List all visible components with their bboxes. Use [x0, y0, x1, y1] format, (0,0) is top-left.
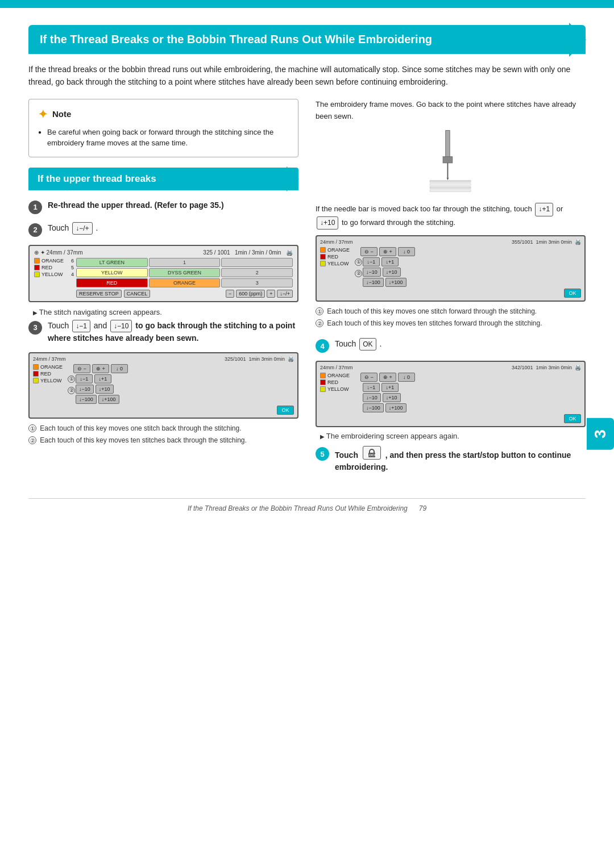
screen-right-step2: LT GREEN 1 YELLOW DYSS GREEN 2 RED ORANG… — [76, 258, 293, 298]
s4-plus10[interactable]: ↓+10 — [383, 393, 401, 402]
s4-orange-label: ORANGE — [327, 373, 350, 378]
s4-minus100[interactable]: ↓−100 — [363, 403, 384, 412]
s3-minus100-btn[interactable]: ↓−100 — [76, 395, 97, 404]
step-2-touch-label: Touch — [48, 223, 71, 232]
step3-row2: ↓−10 ↓+10 — [76, 385, 294, 394]
step-5-lock-btn[interactable]: LOCK — [363, 446, 381, 460]
step-4-num: 4 — [316, 339, 329, 353]
dest-cell-2: YELLOW — [76, 268, 148, 277]
s4-orange: ORANGE — [320, 373, 357, 378]
rn-ok-btn[interactable]: OK — [564, 289, 581, 298]
step3-ann-1: ① — [68, 375, 75, 383]
s3-zero-btn[interactable]: ↓ 0 — [111, 364, 128, 373]
s3-plus1-btn[interactable]: ↓+1 — [94, 374, 111, 383]
rn-minus1[interactable]: ↓−1 — [363, 257, 380, 266]
right-needle-back-text: If the needle bar is moved back too far … — [316, 203, 586, 229]
main-title: If the Thread Breaks or the Bobbin Threa… — [40, 33, 574, 46]
step3-counter: 325/1001 1min 3min 0min 🖨️ — [225, 356, 294, 362]
s4-swatch-orange — [320, 373, 326, 378]
right-nav-threads: ORANGE RED YELLOW — [320, 247, 357, 298]
forward-btn-1[interactable]: ↓+1 — [535, 203, 553, 216]
minus-btn[interactable]: − — [226, 290, 234, 298]
svg-text:LOCK: LOCK — [367, 453, 377, 457]
s3-red-label: RED — [40, 371, 51, 377]
step-3-btn-minus1[interactable]: ↓−1 — [72, 320, 90, 332]
rn-zero-btn[interactable]: ↓ 0 — [398, 247, 415, 256]
step-2-arrow-note: The stitch navigating screen appears. — [33, 308, 298, 316]
rn-minus-btn[interactable]: ⊖ − — [360, 247, 377, 256]
right-circle-notes: ① Each touch of this key moves one stitc… — [316, 306, 586, 329]
s4-plus1[interactable]: ↓+1 — [381, 383, 399, 392]
forward-btn-10[interactable]: ↓+10 — [317, 216, 338, 229]
step-3-btn-minus10[interactable]: ↓−10 — [110, 320, 132, 332]
s4-plus-btn[interactable]: ⊕ + — [379, 373, 396, 382]
right-circle-2: ② — [316, 319, 323, 327]
page-content: If the Thread Breaks or the Bobbin Threa… — [0, 8, 614, 535]
step-4-ok-btn[interactable]: OK — [359, 338, 376, 350]
s4-ok-btn[interactable]: OK — [564, 414, 581, 423]
step-2-button[interactable]: ↓−/+ — [72, 222, 92, 235]
right-nav-counter: 355/1001 1min 3min 0min 🖨️ — [512, 239, 581, 245]
step-4-content: Touch OK . — [335, 338, 586, 350]
rn-plus100[interactable]: ↓+100 — [385, 278, 406, 287]
rn-yellow: YELLOW — [320, 261, 357, 266]
s3-minus10-btn[interactable]: ↓−10 — [76, 385, 94, 394]
s3-ok-btn[interactable]: OK — [277, 406, 294, 415]
step3-body: ORANGE RED YELLOW ⊖ − — [33, 364, 294, 415]
rn-plus10[interactable]: ↓+10 — [383, 268, 401, 277]
step3-dims: 24mm / 37mm — [33, 356, 66, 362]
s3-plus100-btn[interactable]: ↓+100 — [98, 395, 119, 404]
s3-plus10-btn[interactable]: ↓+10 — [96, 385, 114, 394]
step-2-period: . — [96, 223, 98, 232]
two-column-layout: ✦ Note Be careful when going back or for… — [28, 99, 586, 481]
note-box: ✦ Note Be careful when going back or for… — [28, 99, 298, 157]
s3-swatch-orange — [33, 364, 39, 370]
main-title-box: If the Thread Breaks or the Bobbin Threa… — [28, 25, 586, 54]
s3-swatch-yellow — [33, 378, 39, 383]
screen-body-step2: ORANGE 6 RED 5 YELLOW 4 — [34, 258, 293, 298]
title-arrow-decoration — [569, 23, 586, 57]
nav-pm-btn[interactable]: ↓−/+ — [277, 290, 293, 298]
cancel-btn[interactable]: CANCEL — [124, 290, 151, 298]
s3-yellow-label: YELLOW — [40, 378, 62, 383]
step3-note-2: ② Each touch of this key moves ten stitc… — [28, 435, 298, 446]
s4-minus-btn[interactable]: ⊖ − — [360, 373, 377, 382]
rn-minus10[interactable]: ↓−10 — [363, 268, 381, 277]
step-3-num: 3 — [28, 321, 42, 335]
reserve-stop-btn[interactable]: RESERVE STOP — [76, 290, 122, 298]
s4-plus100[interactable]: ↓+100 — [385, 403, 406, 412]
step-4-screen: 24mm / 37mm 342/1001 1min 3min 0min 🖨️ O… — [316, 361, 586, 427]
rn-ok-row: OK — [360, 289, 581, 298]
thread-list-step2: ORANGE 6 RED 5 YELLOW 4 — [34, 258, 74, 298]
step3-yellow: YELLOW — [33, 378, 70, 383]
rn-ann-2: ② — [355, 270, 362, 277]
section-upper-thread-title: If the upper thread breaks — [38, 173, 289, 185]
thread-row-2: RED 5 — [34, 265, 74, 270]
rn-minus100[interactable]: ↓−100 — [363, 278, 384, 287]
plus-btn[interactable]: + — [267, 290, 275, 298]
right-text-1: The embroidery frame moves. Go back to t… — [316, 99, 586, 123]
step-1: 1 Re-thread the upper thread. (Refer to … — [28, 199, 298, 214]
top-bar — [0, 0, 614, 8]
bottom-nav: − 600 (ppm) + ↓−/+ — [226, 290, 293, 298]
thread-num-2: 5 — [71, 265, 74, 270]
s3-plus-btn[interactable]: ⊕ + — [92, 364, 109, 373]
fabric-row-3 — [430, 187, 471, 189]
s3-minus1-btn[interactable]: ↓−1 — [76, 374, 93, 383]
dest-cell-red: RED — [76, 278, 148, 287]
dest-cell-empty — [221, 258, 293, 267]
s3-minus-btn[interactable]: ⊖ − — [73, 364, 90, 373]
step-3-touch: Touch — [48, 321, 71, 330]
s4-minus10[interactable]: ↓−10 — [363, 393, 381, 402]
s4-zero-btn[interactable]: ↓ 0 — [398, 373, 415, 382]
speed-btn: 600 (ppm) — [236, 290, 265, 298]
rn-plus-btn[interactable]: ⊕ + — [379, 247, 396, 256]
step-1-content: Re-thread the upper thread. (Refer to pa… — [48, 199, 298, 211]
step3-red: RED — [33, 371, 70, 377]
note-title: ✦ Note — [38, 107, 289, 121]
s4-minus1[interactable]: ↓−1 — [363, 383, 380, 392]
right-note-1: ① Each touch of this key moves one stitc… — [316, 306, 586, 317]
fabric-row-4 — [430, 190, 471, 192]
rn-plus1[interactable]: ↓+1 — [381, 257, 399, 266]
dest-num-3: 3 — [221, 278, 293, 287]
